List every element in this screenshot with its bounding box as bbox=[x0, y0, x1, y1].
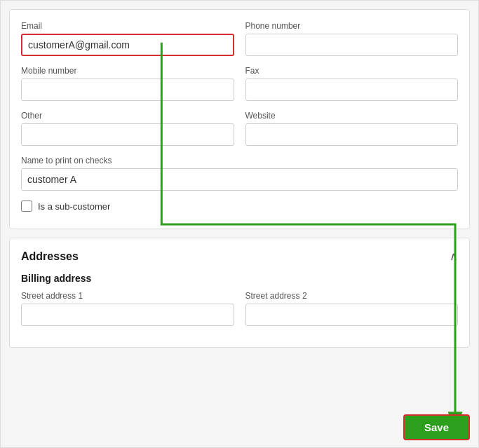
other-input[interactable] bbox=[21, 123, 234, 146]
street2-input[interactable] bbox=[245, 304, 459, 326]
email-group: Email bbox=[21, 21, 234, 56]
collapse-icon[interactable]: ∧ bbox=[450, 250, 458, 263]
addresses-title: Addresses bbox=[21, 250, 79, 263]
website-label: Website bbox=[245, 111, 459, 121]
sub-customer-row: Is a sub-customer bbox=[21, 201, 458, 212]
street1-input[interactable] bbox=[21, 304, 234, 326]
sub-customer-label: Is a sub-customer bbox=[38, 201, 110, 212]
outer-container: Email Phone number Mobile number Fax Oth… bbox=[0, 0, 479, 448]
email-input[interactable] bbox=[21, 34, 234, 56]
name-checks-label: Name to print on checks bbox=[21, 156, 458, 165]
sub-customer-checkbox[interactable] bbox=[21, 201, 32, 212]
fax-input[interactable] bbox=[245, 79, 459, 101]
row-other-website: Other Website bbox=[21, 111, 458, 146]
billing-address-title: Billing address bbox=[21, 273, 458, 284]
addresses-section-header: Addresses ∧ bbox=[21, 250, 458, 263]
name-checks-group: Name to print on checks bbox=[21, 156, 458, 191]
main-form-panel: Email Phone number Mobile number Fax Oth… bbox=[9, 9, 470, 229]
fax-group: Fax bbox=[245, 66, 459, 101]
row-name-checks: Name to print on checks bbox=[21, 156, 458, 191]
street1-label: Street address 1 bbox=[21, 291, 234, 301]
addresses-panel: Addresses ∧ Billing address Street addre… bbox=[9, 238, 470, 348]
email-label: Email bbox=[21, 21, 234, 31]
name-checks-input[interactable] bbox=[21, 168, 458, 191]
website-group: Website bbox=[245, 111, 459, 146]
mobile-label: Mobile number bbox=[21, 66, 234, 76]
phone-group: Phone number bbox=[245, 21, 459, 56]
mobile-group: Mobile number bbox=[21, 66, 234, 101]
save-button[interactable]: Save bbox=[403, 414, 470, 440]
other-group: Other bbox=[21, 111, 234, 146]
street2-group: Street address 2 bbox=[245, 291, 459, 326]
save-bar: Save bbox=[395, 407, 478, 447]
row-street-addresses: Street address 1 Street address 2 bbox=[21, 291, 458, 326]
website-input[interactable] bbox=[245, 123, 459, 146]
fax-label: Fax bbox=[245, 66, 459, 76]
other-label: Other bbox=[21, 111, 234, 121]
street2-label: Street address 2 bbox=[245, 291, 459, 301]
phone-input[interactable] bbox=[245, 34, 459, 56]
street1-group: Street address 1 bbox=[21, 291, 234, 326]
phone-label: Phone number bbox=[245, 21, 459, 31]
row-mobile-fax: Mobile number Fax bbox=[21, 66, 458, 101]
mobile-input[interactable] bbox=[21, 79, 234, 101]
row-email-phone: Email Phone number bbox=[21, 21, 458, 56]
